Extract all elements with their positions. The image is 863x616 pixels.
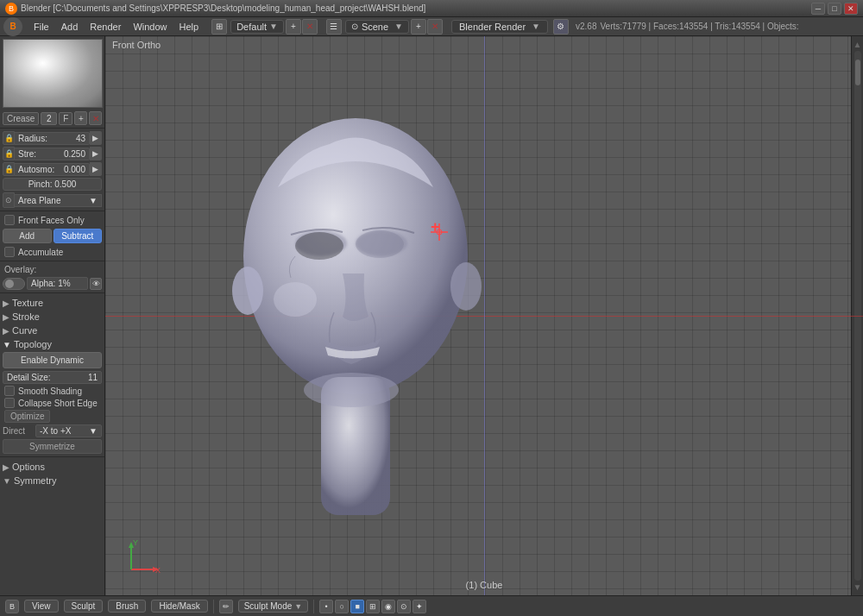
brush-button[interactable]: Brush — [108, 600, 146, 613]
dot-icon[interactable]: • — [319, 600, 333, 613]
stroke-section-header[interactable]: ▶ Stroke — [3, 311, 102, 322]
scene-close-button[interactable]: ✕ — [427, 19, 443, 35]
smooth-shading-label: Smooth Shading — [18, 387, 82, 396]
crease-close-btn[interactable]: ✕ — [89, 111, 102, 125]
accumulate-checkbox[interactable] — [4, 247, 15, 257]
workspace-add-button[interactable]: + — [286, 19, 301, 35]
alpha-field[interactable]: Alpha: 1% — [27, 277, 88, 290]
autosmo-label: Autosmo: — [18, 165, 54, 174]
svg-point-5 — [356, 230, 404, 258]
detail-size-label: Detail Size: — [7, 373, 51, 382]
autosmo-arrow[interactable]: ▶ — [90, 162, 102, 176]
add-button[interactable]: Add — [3, 229, 52, 243]
detail-size-field[interactable]: Detail Size: 11 — [3, 371, 102, 384]
optimize-button[interactable]: Optimize — [4, 410, 50, 423]
symmetry-section-header[interactable]: ▼ Symmetry — [3, 475, 102, 486]
sculpt-button[interactable]: Sculpt — [64, 600, 104, 613]
direct-label: Direct — [3, 426, 34, 436]
front-faces-row: Front Faces Only — [4, 215, 100, 225]
solid-view-icon[interactable]: ■ — [350, 600, 364, 613]
texture-section-header[interactable]: ▶ Texture — [3, 298, 102, 308]
front-faces-label: Front Faces Only — [18, 216, 85, 225]
blender-logo-area: B — [3, 17, 22, 36]
editor-type-button[interactable]: ⊞ — [211, 19, 227, 35]
divider-2 — [0, 211, 104, 211]
collapse-checkbox[interactable] — [4, 398, 15, 408]
status-separator-1 — [213, 600, 214, 613]
direct-select[interactable]: -X to +X ▼ — [35, 424, 102, 437]
options-section-header[interactable]: ▶ Options — [3, 462, 102, 472]
workspace-close-button[interactable]: ✕ — [302, 19, 318, 35]
strength-arrow[interactable]: ▶ — [90, 147, 102, 160]
radius-value: 43 — [76, 134, 85, 143]
crease-number[interactable]: 2 — [41, 112, 57, 125]
head-svg — [209, 84, 502, 584]
blender-status-icon[interactable]: B — [5, 600, 19, 613]
scene-selector[interactable]: ⊙ Scene ▼ — [345, 20, 409, 34]
manipulation-icon[interactable]: ✦ — [413, 600, 426, 613]
alpha-row: Alpha: 1% 👁 — [3, 277, 102, 290]
radius-label: Radius: — [18, 134, 47, 143]
topology-label: Topology — [14, 339, 52, 349]
view3d-icon[interactable]: ☰ — [326, 19, 342, 35]
stroke-label: Stroke — [12, 311, 40, 322]
area-plane-select[interactable]: Area Plane ▼ — [15, 194, 102, 207]
alpha-toggle[interactable] — [3, 278, 25, 290]
viewport-3d[interactable]: Front Ortho — [105, 36, 863, 595]
viewport-icons: • ○ ■ ⊞ ◉ ⊙ ✦ — [319, 600, 426, 613]
hidemask-button[interactable]: Hide/Mask — [151, 600, 207, 613]
radius-arrow[interactable]: ▶ — [90, 131, 102, 145]
topology-section-header[interactable]: ▼ Topology — [3, 339, 102, 349]
menu-add[interactable]: Add — [55, 20, 85, 34]
minimize-button[interactable]: ─ — [811, 3, 825, 15]
accumulate-row: Accumulate — [4, 247, 100, 257]
scene-add-button[interactable]: + — [411, 19, 426, 35]
mode-selector[interactable]: Sculpt Mode ▼ — [238, 600, 309, 613]
texture-arrow-icon: ▶ — [3, 299, 9, 308]
symmetrize-button[interactable]: Symmetrize — [3, 439, 102, 454]
area-plane-row: ⊙ Area Plane ▼ — [3, 192, 102, 208]
viewport-object-name: (1) Cube — [466, 580, 503, 590]
radius-field[interactable]: Radius: 43 — [15, 132, 90, 145]
area-plane-label: Area Plane — [18, 196, 60, 205]
rendered-view-icon[interactable]: ◉ — [381, 600, 395, 613]
crease-add-btn[interactable]: + — [74, 111, 87, 125]
view-button[interactable]: View — [24, 600, 59, 613]
front-faces-checkbox[interactable] — [4, 215, 15, 225]
menu-render[interactable]: Render — [84, 20, 127, 34]
menu-help[interactable]: Help — [173, 20, 205, 34]
f-label[interactable]: F — [59, 112, 72, 125]
subtract-button[interactable]: Subtract — [54, 229, 103, 243]
svg-point-8 — [274, 282, 317, 317]
area-plane-icon: ⊙ — [3, 192, 15, 208]
render-icon[interactable]: ⚙ — [553, 19, 569, 35]
render-engine-selector[interactable]: Blender Render ▼ — [451, 20, 548, 34]
smooth-shading-row: Smooth Shading — [4, 386, 100, 396]
render-engine-arrow: ▼ — [532, 22, 540, 31]
strength-label: Stre: — [18, 149, 36, 159]
autosmo-field[interactable]: Autosmo: 0.000 — [15, 163, 90, 176]
axis-indicator: X Y — [123, 535, 157, 569]
strength-row: 🔒 Stre: 0.250 ▶ — [3, 147, 102, 160]
smooth-shading-checkbox[interactable] — [4, 386, 15, 396]
maximize-button[interactable]: □ — [828, 3, 841, 15]
render-buttons: ⚙ — [553, 19, 569, 35]
textured-view-icon[interactable]: ⊞ — [366, 600, 380, 613]
svg-point-9 — [304, 373, 399, 407]
radius-row: 🔒 Radius: 43 ▶ — [3, 131, 102, 145]
enable-dynamic-button[interactable]: Enable Dynamic — [3, 352, 102, 368]
alpha-eye-icon[interactable]: 👁 — [90, 278, 102, 290]
sculpt-mode-icon[interactable]: ✏ — [219, 600, 233, 613]
strength-field[interactable]: Stre: 0.250 — [15, 148, 90, 160]
window-icon: B Blender [C:\Documents and Settings\XPP… — [5, 3, 425, 15]
circle-icon[interactable]: ○ — [335, 600, 349, 613]
pinch-field[interactable]: Pinch: 0.500 — [3, 178, 102, 191]
menu-file[interactable]: File — [28, 20, 55, 34]
workspace-selector[interactable]: Default ▼ — [230, 20, 284, 34]
viewport-shading-icon[interactable]: ⊙ — [397, 600, 411, 613]
close-button[interactable]: ✕ — [844, 3, 858, 15]
svg-point-6 — [232, 267, 263, 315]
curve-label: Curve — [12, 325, 37, 336]
menu-window[interactable]: Window — [127, 20, 173, 34]
curve-section-header[interactable]: ▶ Curve — [3, 325, 102, 336]
